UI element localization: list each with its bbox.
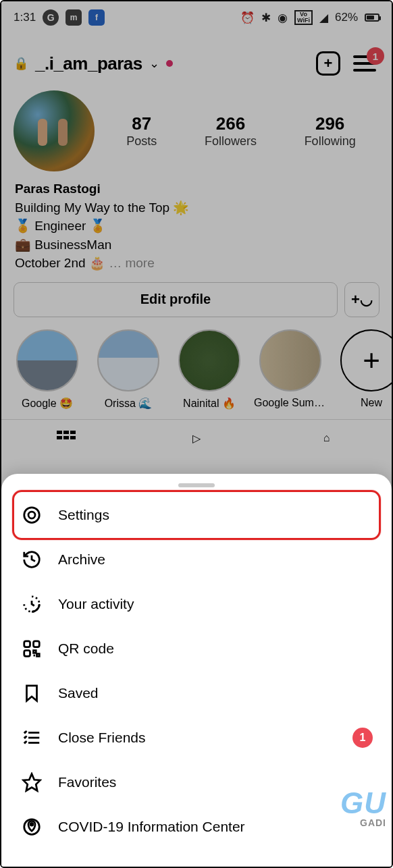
- highlight-google[interactable]: Google 🤩: [11, 329, 84, 410]
- highlight-thumb: [97, 329, 159, 391]
- menu-item-settings[interactable]: Settings: [1, 493, 392, 537]
- play-icon: ▷: [192, 432, 201, 445]
- menu-item-label: Your activity: [58, 596, 134, 612]
- tagged-icon: ⌂: [323, 432, 330, 444]
- highlight-label: New: [335, 397, 392, 409]
- qrcode-icon: [20, 637, 43, 660]
- stat-following-label: Following: [305, 134, 356, 148]
- bottom-sheet: Settings Archive Your activity QR code S: [1, 474, 392, 867]
- bio-line-2: 🏅 Engineer 🏅: [15, 217, 378, 236]
- covid-icon: [20, 815, 43, 838]
- bio-line-3: 💼 BusinessMan: [15, 236, 378, 254]
- highlight-nainital[interactable]: Nainital 🔥: [173, 329, 246, 410]
- bookmark-icon: [20, 682, 43, 705]
- svg-rect-4: [24, 651, 30, 657]
- watermark-logo: GU: [340, 788, 386, 818]
- menu-item-label: COVID-19 Information Center: [58, 819, 245, 835]
- svg-point-0: [24, 508, 40, 523]
- stat-followers[interactable]: 266 Followers: [205, 113, 257, 148]
- device-frame: 1:31 G m f ⏰ ✱ ◉ VoWiFi ◢ 62% 🔒 _.i_am_p…: [0, 0, 393, 868]
- highlight-google-summit[interactable]: Google Summi…: [254, 329, 327, 410]
- status-time: 1:31: [14, 11, 36, 24]
- highlight-thumb: [178, 329, 240, 391]
- svg-rect-3: [34, 641, 40, 647]
- plus-square-icon: +: [316, 51, 340, 76]
- profile-tabs: ▷ ⌂: [1, 419, 392, 457]
- discover-people-button[interactable]: +◡: [344, 282, 379, 317]
- activity-icon: [20, 593, 43, 616]
- svg-marker-8: [24, 774, 41, 791]
- menu-item-label: QR code: [58, 641, 114, 657]
- grid-icon: [57, 431, 76, 445]
- tab-reels[interactable]: ▷: [132, 420, 262, 457]
- profile-stats-row: 87 Posts 266 Followers 296 Following: [1, 85, 392, 178]
- create-post-button[interactable]: +: [313, 49, 343, 78]
- bio-more-link[interactable]: … more: [109, 256, 155, 270]
- wifi-icon: ◉: [278, 11, 288, 25]
- stat-posts-label: Posts: [126, 134, 157, 148]
- lock-icon: 🔒: [14, 56, 28, 71]
- stat-posts[interactable]: 87 Posts: [126, 113, 157, 148]
- avatar[interactable]: [14, 90, 95, 171]
- bio-line-1: Building My Way to the Top 🌟: [15, 198, 378, 217]
- bio: Paras Rastogi Building My Way to the Top…: [1, 178, 392, 282]
- hamburger-icon: 1: [353, 55, 376, 72]
- tab-posts[interactable]: [1, 420, 132, 457]
- stat-following[interactable]: 296 Following: [305, 113, 356, 148]
- menu-item-label: Close Friends: [58, 730, 146, 746]
- vowifi-icon: VoWiFi: [294, 10, 313, 25]
- menu-item-saved[interactable]: Saved: [1, 671, 392, 715]
- menu-button[interactable]: 1: [350, 49, 379, 78]
- menu-item-covid-info[interactable]: COVID-19 Information Center: [1, 805, 392, 849]
- sheet-handle[interactable]: [178, 483, 215, 487]
- signal-icon: ◢: [319, 11, 328, 25]
- menu-item-close-friends[interactable]: Close Friends 1: [1, 715, 392, 760]
- svg-point-1: [28, 512, 35, 518]
- stat-posts-count: 87: [126, 113, 157, 134]
- highlight-label: Orissa 🌊: [92, 397, 165, 410]
- svg-point-10: [30, 823, 33, 825]
- gear-icon: [20, 504, 43, 526]
- battery-percent: 62%: [335, 11, 358, 24]
- highlight-label: Google Summi…: [254, 397, 327, 409]
- highlight-thumb: [16, 329, 78, 391]
- alarm-icon: ⏰: [240, 11, 255, 25]
- highlight-new[interactable]: + New: [335, 329, 392, 410]
- highlight-label: Nainital 🔥: [173, 397, 246, 410]
- plus-icon: +: [340, 329, 392, 391]
- menu-item-archive[interactable]: Archive: [1, 537, 392, 582]
- highlight-thumb: [259, 329, 321, 391]
- highlight-orissa[interactable]: Orissa 🌊: [92, 329, 165, 410]
- app-status-icon-1: m: [66, 9, 82, 26]
- close-friends-icon: [20, 726, 43, 749]
- star-icon: [20, 771, 43, 794]
- battery-icon: [365, 13, 379, 22]
- bio-line-4: October 2nd 🎂: [15, 256, 105, 270]
- stat-followers-count: 266: [205, 113, 257, 134]
- menu-item-label: Settings: [58, 507, 109, 523]
- svg-rect-2: [24, 641, 30, 647]
- menu-item-qr-code[interactable]: QR code: [1, 626, 392, 671]
- menu-item-your-activity[interactable]: Your activity: [1, 582, 392, 626]
- username-switcher[interactable]: _.i_am_paras: [35, 53, 142, 74]
- history-icon: [20, 548, 43, 571]
- watermark: GU GADI: [340, 788, 386, 828]
- menu-item-favorites[interactable]: Favorites: [1, 760, 392, 805]
- chevron-down-icon[interactable]: ⌄: [149, 56, 159, 71]
- menu-item-label: Archive: [58, 551, 105, 568]
- story-highlights: Google 🤩 Orissa 🌊 Nainital 🔥 Google Summ…: [1, 329, 392, 419]
- stat-following-count: 296: [305, 113, 356, 134]
- status-bar: 1:31 G m f ⏰ ✱ ◉ VoWiFi ◢ 62%: [1, 1, 392, 34]
- menu-item-label: Saved: [58, 685, 99, 701]
- tab-tagged[interactable]: ⌂: [261, 420, 392, 457]
- notification-dot-icon: [166, 60, 173, 67]
- stat-followers-label: Followers: [205, 134, 257, 148]
- add-person-icon: +◡: [351, 291, 373, 308]
- menu-badge: 1: [367, 47, 384, 65]
- close-friends-badge: 1: [352, 728, 373, 748]
- highlight-label: Google 🤩: [11, 397, 84, 410]
- bluetooth-icon: ✱: [261, 11, 271, 25]
- edit-profile-button[interactable]: Edit profile: [14, 282, 338, 317]
- google-status-icon: G: [43, 9, 59, 26]
- profile-header: 🔒 _.i_am_paras ⌄ + 1: [1, 34, 392, 85]
